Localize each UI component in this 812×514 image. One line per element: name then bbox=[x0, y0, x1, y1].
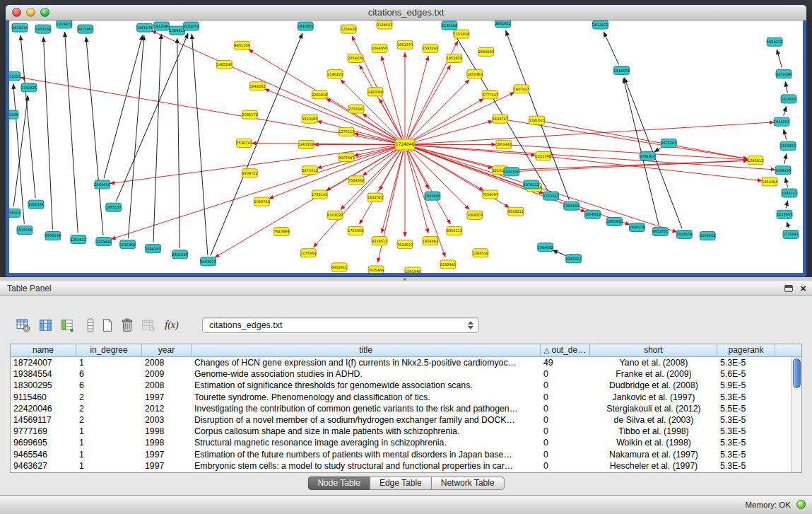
graph-node[interactable]: 2242004 bbox=[183, 22, 199, 30]
graph-node[interactable]: 1140223 bbox=[327, 70, 343, 78]
graph-edge[interactable] bbox=[65, 32, 78, 233]
rows-icon[interactable] bbox=[82, 317, 99, 334]
graph-node[interactable]: 1724046 bbox=[395, 139, 415, 150]
graph-node[interactable]: 8103022 bbox=[327, 211, 343, 219]
graph-node[interactable]: 1924504 bbox=[676, 230, 692, 238]
graph-node[interactable]: 1740325 bbox=[21, 83, 37, 92]
table-row[interactable]: 1872400712008Changes of HCN gene express… bbox=[11, 357, 791, 368]
graph-node[interactable]: 7923464 bbox=[273, 227, 289, 235]
graph-node[interactable]: 7524562 bbox=[348, 176, 364, 185]
graph-node[interactable]: 1420046 bbox=[367, 88, 383, 96]
graph-node[interactable]: 1081334 bbox=[28, 200, 44, 209]
graph-edge[interactable] bbox=[317, 121, 399, 143]
graph-node[interactable]: 1961370 bbox=[397, 40, 413, 49]
graph-edge[interactable] bbox=[192, 34, 208, 255]
tab-node-table[interactable]: Node Table bbox=[307, 477, 370, 490]
graph-node[interactable]: 1015464 bbox=[120, 240, 136, 249]
network-canvas[interactable]: 1724046186144222161847204097106470389541… bbox=[9, 21, 803, 273]
graph-node[interactable]: 1583243 bbox=[423, 44, 438, 52]
graph-edge[interactable] bbox=[408, 65, 451, 139]
graph-node[interactable]: 8954113 bbox=[447, 226, 462, 235]
graph-edge[interactable] bbox=[86, 37, 103, 235]
graph-node[interactable]: 1604642 bbox=[584, 210, 600, 218]
graph-node[interactable]: 1946134 bbox=[629, 223, 645, 231]
graph-node[interactable]: 1591446 bbox=[405, 267, 420, 273]
graph-node[interactable]: 2260818 bbox=[312, 90, 327, 99]
graph-node[interactable]: 1832022 bbox=[367, 193, 383, 201]
table-row[interactable]: 911546021997Tourette syndrome. Phenomeno… bbox=[11, 392, 791, 403]
graph-node[interactable]: 1453829 bbox=[447, 54, 462, 62]
graph-node[interactable]: 1861442 bbox=[496, 140, 512, 148]
graph-node[interactable]: 1777147 bbox=[483, 90, 498, 99]
float-panel-icon[interactable] bbox=[784, 285, 793, 292]
graph-edge[interactable] bbox=[13, 84, 24, 224]
import-table-icon[interactable] bbox=[140, 317, 157, 334]
graph-edge[interactable] bbox=[409, 149, 469, 210]
graph-node[interactable]: 1994143 bbox=[563, 201, 579, 210]
graph-edge[interactable] bbox=[382, 56, 404, 139]
new-table-icon[interactable] bbox=[99, 317, 116, 334]
graph-edge[interactable] bbox=[116, 33, 188, 201]
graph-edge[interactable] bbox=[20, 35, 35, 198]
graph-node[interactable]: 1358103 bbox=[9, 209, 20, 217]
graph-edge[interactable] bbox=[784, 153, 787, 164]
graph-node[interactable]: 2401246 bbox=[172, 250, 187, 259]
table-row[interactable]: 1456911722003Disruption of a novel membe… bbox=[11, 414, 791, 426]
graph-node[interactable]: 1595812 bbox=[748, 156, 763, 165]
column-header-out-de-[interactable]: △out_de… bbox=[541, 344, 590, 356]
tab-network-table[interactable]: Network Table bbox=[431, 477, 505, 490]
graph-node[interactable]: 9812051 bbox=[652, 227, 668, 235]
graph-node[interactable]: 1535106 bbox=[17, 226, 33, 234]
graph-node[interactable]: 5905139 bbox=[45, 232, 61, 240]
new-column-icon[interactable] bbox=[59, 317, 76, 334]
graph-node[interactable]: 9801106 bbox=[234, 41, 249, 49]
graph-edge[interactable] bbox=[408, 150, 428, 189]
graph-edge[interactable] bbox=[411, 147, 585, 212]
graph-node[interactable]: 1064703 bbox=[467, 211, 483, 219]
graph-node[interactable]: 1640905 bbox=[298, 22, 313, 30]
graph-node[interactable]: 1461174 bbox=[137, 23, 153, 32]
graph-node[interactable]: 1175364 bbox=[300, 249, 316, 257]
graph-node[interactable]: 2475312 bbox=[302, 166, 317, 175]
graph-node[interactable]: 8192445 bbox=[440, 260, 456, 269]
graph-edge[interactable] bbox=[411, 98, 484, 141]
graph-edge[interactable] bbox=[43, 37, 52, 229]
graph-node[interactable]: 9272346 bbox=[9, 110, 18, 119]
graph-node[interactable]: 2483083 bbox=[478, 47, 494, 56]
graph-node[interactable]: 2631021 bbox=[9, 72, 20, 81]
tab-edge-table[interactable]: Edge Table bbox=[370, 477, 432, 490]
graph-node[interactable]: 1485246 bbox=[216, 60, 232, 69]
graph-node[interactable]: 1464364 bbox=[762, 177, 777, 186]
graph-node[interactable]: 1675201 bbox=[661, 139, 676, 147]
graph-node[interactable]: 1664950 bbox=[372, 44, 387, 52]
column-header-in-degree[interactable]: in_degree bbox=[76, 344, 142, 356]
graph-node[interactable]: 1944879 bbox=[613, 66, 629, 75]
graph-node[interactable]: 1095721 bbox=[782, 189, 797, 197]
table-row[interactable]: 946554611997Estimation of the future num… bbox=[11, 449, 791, 460]
graph-node[interactable]: 1954112 bbox=[767, 37, 782, 46]
column-visibility-icon[interactable] bbox=[37, 317, 54, 334]
network-view[interactable]: 1724046186144222161847204097106470389541… bbox=[9, 21, 803, 273]
graph-edge[interactable] bbox=[411, 121, 493, 143]
graph-edge[interactable] bbox=[265, 89, 399, 142]
graph-edge[interactable] bbox=[553, 250, 567, 257]
graph-node[interactable]: 1321610 bbox=[529, 116, 545, 124]
graph-node[interactable]: 1163250 bbox=[780, 141, 796, 150]
graph-node[interactable]: 1854063 bbox=[423, 237, 438, 245]
graph-node[interactable]: 9463627 bbox=[200, 257, 216, 266]
delete-icon[interactable] bbox=[119, 317, 136, 334]
graph-node[interactable]: 1467208 bbox=[298, 140, 314, 148]
column-header-title[interactable]: title bbox=[192, 344, 541, 356]
graph-node[interactable]: 2085172 bbox=[242, 110, 257, 119]
graph-node[interactable]: 9245012 bbox=[565, 255, 581, 263]
table-row[interactable]: 1938455462009Genome-wide association stu… bbox=[11, 368, 791, 380]
graph-edge[interactable] bbox=[411, 122, 774, 144]
table-vertical-scrollbar[interactable] bbox=[791, 357, 801, 472]
graph-node[interactable]: 2560650 bbox=[95, 180, 110, 189]
graph-node[interactable]: 1912046 bbox=[154, 22, 170, 30]
graph-node[interactable]: 1084642 bbox=[538, 243, 553, 252]
graph-node[interactable]: 8549212 bbox=[508, 207, 524, 216]
graph-edge[interactable] bbox=[104, 35, 143, 178]
graph-node[interactable]: 2861821 bbox=[495, 21, 511, 28]
graph-node[interactable]: 1254439 bbox=[341, 25, 356, 33]
